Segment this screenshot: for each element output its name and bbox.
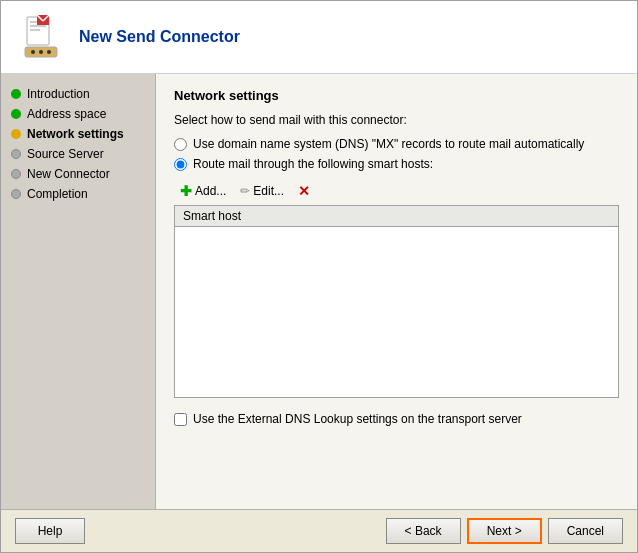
radio-option-dns: Use domain name system (DNS) "MX" record… — [174, 137, 619, 151]
dialog-body: Introduction Address space Network setti… — [1, 74, 637, 509]
sidebar-item-introduction[interactable]: Introduction — [1, 84, 155, 104]
table-body[interactable] — [175, 227, 618, 397]
new-connector-dot — [11, 169, 21, 179]
sidebar-item-source-server[interactable]: Source Server — [1, 144, 155, 164]
help-button[interactable]: Help — [15, 518, 85, 544]
smart-host-table-container: Smart host — [174, 205, 619, 398]
delete-icon: ✕ — [298, 183, 310, 199]
delete-button[interactable]: ✕ — [292, 181, 316, 201]
sidebar-item-completion[interactable]: Completion — [1, 184, 155, 204]
sidebar-label-completion: Completion — [27, 187, 88, 201]
footer-left: Help — [15, 518, 85, 544]
svg-point-8 — [31, 50, 35, 54]
radio-dns-label: Use domain name system (DNS) "MX" record… — [193, 137, 584, 151]
footer-right: < Back Next > Cancel — [386, 518, 623, 544]
sidebar-label-network-settings: Network settings — [27, 127, 124, 141]
sidebar-item-new-connector[interactable]: New Connector — [1, 164, 155, 184]
add-button[interactable]: ✚ Add... — [174, 181, 232, 201]
edit-icon: ✏ — [240, 184, 250, 198]
connector-icon — [17, 13, 65, 61]
section-title: Network settings — [174, 88, 619, 103]
checkbox-area: Use the External DNS Lookup settings on … — [174, 412, 619, 426]
table-header: Smart host — [175, 206, 618, 227]
add-label: Add... — [195, 184, 226, 198]
sidebar-item-address-space[interactable]: Address space — [1, 104, 155, 124]
completion-dot — [11, 189, 21, 199]
cancel-button[interactable]: Cancel — [548, 518, 623, 544]
dialog-header: New Send Connector — [1, 1, 637, 74]
dialog-title: New Send Connector — [79, 28, 240, 46]
sidebar: Introduction Address space Network setti… — [1, 74, 156, 509]
sidebar-label-new-connector: New Connector — [27, 167, 110, 181]
radio-smart-label: Route mail through the following smart h… — [193, 157, 433, 171]
main-content: Network settings Select how to send mail… — [156, 74, 637, 509]
sidebar-label-introduction: Introduction — [27, 87, 90, 101]
radio-group: Use domain name system (DNS) "MX" record… — [174, 137, 619, 171]
radio-option-smart: Route mail through the following smart h… — [174, 157, 619, 171]
external-dns-label: Use the External DNS Lookup settings on … — [193, 412, 522, 426]
edit-label: Edit... — [253, 184, 284, 198]
network-settings-dot — [11, 129, 21, 139]
radio-dns[interactable] — [174, 138, 187, 151]
description: Select how to send mail with this connec… — [174, 113, 619, 127]
back-button[interactable]: < Back — [386, 518, 461, 544]
add-icon: ✚ — [180, 183, 192, 199]
dialog: New Send Connector Introduction Address … — [0, 0, 638, 553]
svg-rect-2 — [30, 25, 46, 27]
next-button[interactable]: Next > — [467, 518, 542, 544]
external-dns-checkbox[interactable] — [174, 413, 187, 426]
toolbar: ✚ Add... ✏ Edit... ✕ — [174, 181, 619, 201]
svg-point-9 — [39, 50, 43, 54]
svg-point-10 — [47, 50, 51, 54]
radio-smart[interactable] — [174, 158, 187, 171]
sidebar-item-network-settings[interactable]: Network settings — [1, 124, 155, 144]
edit-button[interactable]: ✏ Edit... — [234, 182, 290, 200]
source-server-dot — [11, 149, 21, 159]
introduction-dot — [11, 89, 21, 99]
svg-rect-3 — [30, 29, 40, 31]
sidebar-label-source-server: Source Server — [27, 147, 104, 161]
address-space-dot — [11, 109, 21, 119]
dialog-footer: Help < Back Next > Cancel — [1, 509, 637, 552]
sidebar-label-address-space: Address space — [27, 107, 106, 121]
